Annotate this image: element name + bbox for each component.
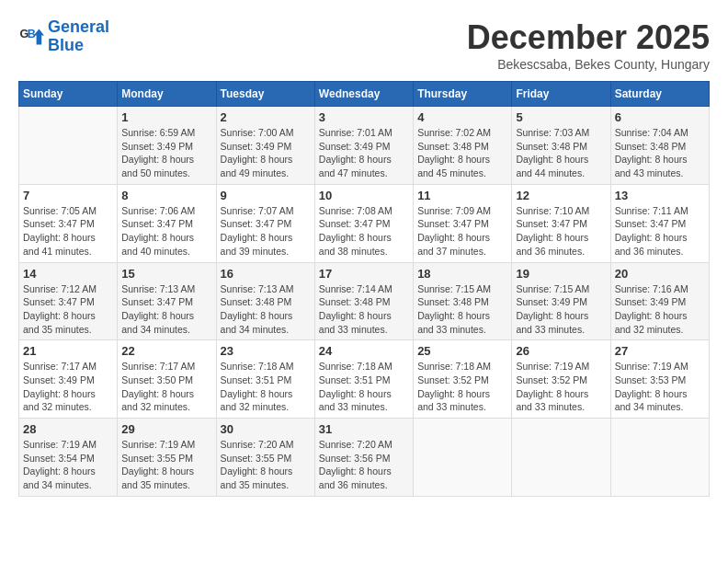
day-number: 8 (121, 189, 211, 202)
calendar-cell: 19Sunrise: 7:15 AM Sunset: 3:49 PM Dayli… (512, 262, 610, 340)
day-number: 29 (121, 422, 211, 436)
day-info: Sunrise: 7:03 AM Sunset: 3:48 PM Dayligh… (516, 126, 606, 180)
day-number: 23 (221, 344, 311, 358)
day-info: Sunrise: 7:15 AM Sunset: 3:48 PM Dayligh… (417, 282, 507, 337)
day-number: 26 (516, 344, 606, 358)
calendar-week-row: 1Sunrise: 6:59 AM Sunset: 3:49 PM Daylig… (19, 107, 710, 185)
calendar-cell: 30Sunrise: 7:20 AM Sunset: 3:55 PM Dayli… (216, 419, 314, 497)
weekday-header: Wednesday (314, 82, 413, 107)
calendar-cell: 28Sunrise: 7:19 AM Sunset: 3:54 PM Dayli… (19, 419, 118, 497)
calendar-cell: 7Sunrise: 7:05 AM Sunset: 3:47 PM Daylig… (19, 184, 118, 262)
day-number: 24 (319, 344, 409, 358)
logo-text: GeneralBlue (48, 18, 109, 55)
calendar-cell: 25Sunrise: 7:18 AM Sunset: 3:52 PM Dayli… (414, 340, 512, 419)
day-info: Sunrise: 7:02 AM Sunset: 3:48 PM Dayligh… (417, 126, 507, 180)
calendar-cell: 18Sunrise: 7:15 AM Sunset: 3:48 PM Dayli… (414, 262, 512, 340)
calendar-cell: 9Sunrise: 7:07 AM Sunset: 3:47 PM Daylig… (216, 184, 314, 262)
calendar-week-row: 14Sunrise: 7:12 AM Sunset: 3:47 PM Dayli… (19, 262, 710, 340)
day-info: Sunrise: 7:01 AM Sunset: 3:49 PM Dayligh… (319, 126, 409, 180)
day-number: 31 (319, 422, 409, 436)
calendar-cell: 23Sunrise: 7:18 AM Sunset: 3:51 PM Dayli… (216, 340, 314, 419)
day-number: 4 (417, 110, 507, 124)
day-number: 5 (516, 110, 606, 124)
day-number: 10 (319, 189, 409, 202)
day-info: Sunrise: 7:05 AM Sunset: 3:47 PM Dayligh… (23, 204, 113, 259)
day-info: Sunrise: 7:15 AM Sunset: 3:49 PM Dayligh… (516, 282, 606, 337)
calendar-cell: 2Sunrise: 7:00 AM Sunset: 3:49 PM Daylig… (216, 107, 314, 185)
calendar-cell: 17Sunrise: 7:14 AM Sunset: 3:48 PM Dayli… (314, 262, 413, 340)
day-info: Sunrise: 7:17 AM Sunset: 3:50 PM Dayligh… (121, 360, 211, 414)
logo-icon: G B (18, 24, 44, 50)
calendar-cell: 5Sunrise: 7:03 AM Sunset: 3:48 PM Daylig… (512, 107, 610, 185)
day-number: 22 (121, 344, 211, 358)
day-info: Sunrise: 7:06 AM Sunset: 3:47 PM Dayligh… (121, 204, 211, 259)
day-number: 14 (23, 267, 113, 281)
calendar-week-row: 28Sunrise: 7:19 AM Sunset: 3:54 PM Dayli… (19, 419, 710, 497)
day-info: Sunrise: 7:18 AM Sunset: 3:51 PM Dayligh… (319, 360, 409, 414)
day-number: 18 (417, 267, 507, 281)
day-info: Sunrise: 7:19 AM Sunset: 3:55 PM Dayligh… (121, 438, 211, 492)
calendar-cell: 12Sunrise: 7:10 AM Sunset: 3:47 PM Dayli… (512, 184, 610, 262)
calendar-cell: 13Sunrise: 7:11 AM Sunset: 3:47 PM Dayli… (610, 184, 709, 262)
day-info: Sunrise: 7:04 AM Sunset: 3:48 PM Dayligh… (615, 126, 705, 180)
day-info: Sunrise: 7:14 AM Sunset: 3:48 PM Dayligh… (319, 282, 409, 337)
day-number: 6 (615, 110, 705, 124)
day-info: Sunrise: 7:20 AM Sunset: 3:56 PM Dayligh… (319, 438, 409, 492)
calendar-cell: 26Sunrise: 7:19 AM Sunset: 3:52 PM Dayli… (512, 340, 610, 419)
calendar-table: SundayMondayTuesdayWednesdayThursdayFrid… (18, 81, 710, 497)
day-number: 28 (23, 422, 113, 436)
calendar-cell: 11Sunrise: 7:09 AM Sunset: 3:47 PM Dayli… (414, 184, 512, 262)
day-number: 7 (23, 189, 113, 202)
day-info: Sunrise: 7:20 AM Sunset: 3:55 PM Dayligh… (221, 438, 311, 492)
calendar-cell (512, 419, 610, 497)
day-number: 27 (615, 344, 705, 358)
svg-text:B: B (28, 28, 36, 40)
calendar-cell: 16Sunrise: 7:13 AM Sunset: 3:48 PM Dayli… (216, 262, 314, 340)
day-info: Sunrise: 7:19 AM Sunset: 3:52 PM Dayligh… (516, 360, 606, 414)
calendar-cell: 10Sunrise: 7:08 AM Sunset: 3:47 PM Dayli… (314, 184, 413, 262)
day-number: 1 (121, 110, 211, 124)
day-number: 3 (319, 110, 409, 124)
calendar-cell: 14Sunrise: 7:12 AM Sunset: 3:47 PM Dayli… (19, 262, 118, 340)
location-subtitle: Bekescsaba, Bekes County, Hungary (467, 57, 710, 72)
day-info: Sunrise: 7:09 AM Sunset: 3:47 PM Dayligh… (417, 204, 507, 259)
calendar-cell: 24Sunrise: 7:18 AM Sunset: 3:51 PM Dayli… (314, 340, 413, 419)
day-info: Sunrise: 7:10 AM Sunset: 3:47 PM Dayligh… (516, 204, 606, 259)
weekday-header: Saturday (610, 82, 709, 107)
weekday-header: Friday (512, 82, 610, 107)
day-number: 17 (319, 267, 409, 281)
day-number: 16 (221, 267, 311, 281)
day-number: 9 (221, 189, 311, 202)
title-area: December 2025 Bekescsaba, Bekes County, … (467, 18, 710, 72)
day-info: Sunrise: 7:13 AM Sunset: 3:47 PM Dayligh… (121, 282, 211, 337)
weekday-header-row: SundayMondayTuesdayWednesdayThursdayFrid… (19, 82, 710, 107)
day-number: 30 (221, 422, 311, 436)
month-title: December 2025 (467, 18, 710, 57)
day-info: Sunrise: 7:08 AM Sunset: 3:47 PM Dayligh… (319, 204, 409, 259)
day-info: Sunrise: 7:18 AM Sunset: 3:52 PM Dayligh… (417, 360, 507, 414)
calendar-cell: 6Sunrise: 7:04 AM Sunset: 3:48 PM Daylig… (610, 107, 709, 185)
day-info: Sunrise: 7:11 AM Sunset: 3:47 PM Dayligh… (615, 204, 705, 259)
day-info: Sunrise: 7:00 AM Sunset: 3:49 PM Dayligh… (221, 126, 311, 180)
calendar-week-row: 21Sunrise: 7:17 AM Sunset: 3:49 PM Dayli… (19, 340, 710, 419)
logo: G B GeneralBlue (18, 18, 109, 55)
calendar-cell: 15Sunrise: 7:13 AM Sunset: 3:47 PM Dayli… (118, 262, 216, 340)
day-number: 15 (121, 267, 211, 281)
calendar-cell: 29Sunrise: 7:19 AM Sunset: 3:55 PM Dayli… (118, 419, 216, 497)
day-info: Sunrise: 7:18 AM Sunset: 3:51 PM Dayligh… (221, 360, 311, 414)
weekday-header: Sunday (19, 82, 118, 107)
weekday-header: Tuesday (216, 82, 314, 107)
day-info: Sunrise: 7:12 AM Sunset: 3:47 PM Dayligh… (23, 282, 113, 337)
day-number: 25 (417, 344, 507, 358)
day-number: 21 (23, 344, 113, 358)
day-info: Sunrise: 7:19 AM Sunset: 3:53 PM Dayligh… (615, 360, 705, 414)
day-info: Sunrise: 7:13 AM Sunset: 3:48 PM Dayligh… (221, 282, 311, 337)
day-number: 19 (516, 267, 606, 281)
calendar-cell: 1Sunrise: 6:59 AM Sunset: 3:49 PM Daylig… (118, 107, 216, 185)
day-number: 13 (615, 189, 705, 202)
calendar-cell (19, 107, 118, 185)
weekday-header: Thursday (414, 82, 512, 107)
calendar-cell: 27Sunrise: 7:19 AM Sunset: 3:53 PM Dayli… (610, 340, 709, 419)
calendar-cell: 20Sunrise: 7:16 AM Sunset: 3:49 PM Dayli… (610, 262, 709, 340)
day-number: 11 (417, 189, 507, 202)
